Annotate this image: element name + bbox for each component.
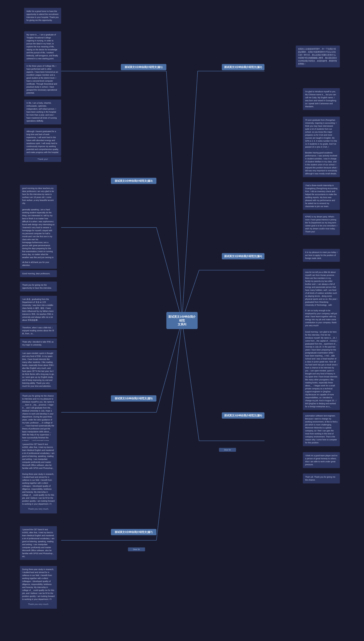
branch1-card3-text: In the three years of College life, I ha… <box>26 65 58 94</box>
svg-line-12 <box>156 320 182 540</box>
branch2-card5-text: KPMG is my dream pany. What's more I hav… <box>305 216 337 233</box>
branch7-label: 面试英文3分钟自我介绍范文(篇7) <box>111 529 156 535</box>
branch1-card4: In life, I am a lively, cheerful, enthus… <box>24 100 61 124</box>
branch3-card2: generally speaking ,i am a hard working … <box>20 206 57 267</box>
branch1-card2-text: My name is＿. I am a graduate of Tongliao… <box>26 34 58 60</box>
branch7-small-label-text: Dear Sir <box>133 548 140 550</box>
branch6-label: 面试英文3分钟自我介绍范文(篇6) <box>222 412 264 418</box>
branch1-card2: My name is＿. I am a graduate of Tongliao… <box>24 31 61 62</box>
branch6-card3-text: That's all. Thank you for giving me the … <box>305 476 336 481</box>
branch3-card9-text: I am open-minded, quick in thought and v… <box>22 352 54 387</box>
branch2-card3: Besides having good academic performance… <box>303 149 340 177</box>
branch1-card1-text: Hello! Its a great honor to have the opp… <box>26 10 58 21</box>
branch1-card4-text: In life, I am a lively, cheerful, enthus… <box>26 102 56 122</box>
branch3-card5-text: Thank you for giving me the opportunity … <box>22 284 52 289</box>
branch1-card5-text: Although I havent graduated for a long t… <box>26 130 59 154</box>
branch2-label: 面试英文3分钟自我介绍范文(篇2) <box>222 64 264 70</box>
branch6-card1: automation software test engineer. Becau… <box>303 412 340 446</box>
branch7-thankyou: Thank you very much. <box>20 602 57 607</box>
branch6-card1-text: automation software test engineer. Becau… <box>305 415 338 444</box>
branch5-thankyou-text: Thank you very much. <box>28 508 49 510</box>
branch2-card5: KPMG is my dream pany. What's more I hav… <box>303 213 340 235</box>
branch4-card4: Good morning. I am glad to be here for t… <box>303 328 340 410</box>
branch3-label: 面试英文3分钟自我介绍范文(篇3) <box>111 178 156 184</box>
center-node: 面试英文3分钟自我介绍范 文系列 <box>166 312 198 329</box>
branch1-card3: In the three years of College life, I ha… <box>24 62 61 96</box>
branch7-card1: I passed the CET band 6 test in2002, aft… <box>20 526 57 560</box>
svg-line-8 <box>156 320 182 412</box>
branch5-card2: I passed the CET band 6 test in2002, aft… <box>20 441 57 475</box>
branch1-label: 面试英文3分钟自我介绍范文(篇1) <box>121 64 166 70</box>
branch2-card1: I'm glad to introduce myself to you. My … <box>303 88 340 110</box>
branch3-card3-text: ok,that is all,thank you for your attent… <box>22 261 49 266</box>
branch3-card4: Good morning, dear professors. <box>20 270 57 277</box>
branch3-card1: good morning,my dear teachers,my dear pr… <box>20 185 57 207</box>
branch3-card7: Therefore, when I was a little kid, I en… <box>20 324 57 337</box>
branch7-card2-text: During three-year study in research, I s… <box>22 568 54 606</box>
branch5-card3-text: During three-year study in research, I s… <box>22 473 54 511</box>
svg-line-10 <box>182 320 199 441</box>
branch4-label: 面试英文3分钟自我介绍范文(篇4) <box>222 253 264 259</box>
svg-line-4 <box>156 228 182 320</box>
branch3-card4-text: Good morning, dear professors. <box>22 272 50 275</box>
branch5-label: 面试英文3分钟自我介绍范文(篇5) <box>111 395 156 402</box>
branch3-card3: ok,that is all,thank you for your attent… <box>20 259 57 269</box>
branch1-label-text: 面试英文3分钟自我介绍范文(篇1) <box>125 66 162 68</box>
branch2-card1-text: I'm glad to introduce myself to you. My … <box>305 90 337 108</box>
branch1-thankyou-text: Thank you! <box>38 158 48 160</box>
branch4-card3-text: if i am so lucky enough to be employed b… <box>305 310 337 326</box>
branch2-card4: I had a three-month internship in Guangd… <box>303 182 340 210</box>
branch2-card4-text: I had a three-month internship in Guangd… <box>305 184 338 208</box>
branch6-card2-text: I think Im a good team player and Im a p… <box>305 454 338 466</box>
branch5-card2-text: I passed the CET band 6 test in2002, aft… <box>22 443 54 472</box>
branch3-card1-text: good morning,my dear teachers,my dear pr… <box>22 187 54 204</box>
branch4-card1: It is my pleasure to meet you today. i a… <box>303 249 340 262</box>
branch2-card2-text: I'll soon graduate from Zhongshan Univer… <box>305 119 337 154</box>
branch6-card3: That's all. Thank you for giving me the … <box>303 474 340 484</box>
branch5-label-text: 面试英文3分钟自我介绍范文(篇5) <box>115 397 152 400</box>
branch7-label-text: 面试英文3分钟自我介绍范文(篇7) <box>115 531 152 534</box>
branch1-card1: Hello! Its a great honor to have the opp… <box>24 8 61 24</box>
branch1-thankyou: Thank you! <box>24 156 61 162</box>
branch1-card5: Although I havent graduated for a long t… <box>24 128 61 156</box>
branch3-card7-text: Therefore, when I was a little kid, I en… <box>22 326 54 335</box>
branch6-small-label: Dear Sir <box>219 448 236 452</box>
svg-line-0 <box>166 71 182 320</box>
branch2-intro-text: 在陌生人比较多的环境中，作一下自我介绍是必要的，自我介绍是希望对方可以认识自己的… <box>298 48 337 65</box>
branch3-card5: Thank you for giving me the opportunity … <box>20 282 57 292</box>
branch3-card6-text: I am 姓名, graduating from the Department … <box>22 298 54 321</box>
branch4-label-text: 面试英文3分钟自我介绍范文(篇4) <box>224 255 262 258</box>
branch4-card2-text: now let me tell you a little bit about m… <box>305 271 338 312</box>
branch2-card3-text: Besides having good academic performance… <box>305 152 338 175</box>
branch3-card9: I am open-minded, quick in thought and v… <box>20 350 57 390</box>
branch6-label-text: 面试英文3分钟自我介绍范文(篇6) <box>224 414 262 417</box>
branch3-card8-text: Thats why I decided to take 学科 as my maj… <box>22 341 54 346</box>
branch3-card6: I am 姓名, graduating from the Department … <box>20 296 57 324</box>
branch3-label-text: 面试英文3分钟自我介绍范文(篇3) <box>115 180 152 182</box>
svg-line-2 <box>182 71 198 320</box>
branch4-card3: if i am so lucky enough to be employed b… <box>303 307 340 329</box>
branch7-thankyou-text: Thank you very much. <box>28 603 49 605</box>
branch6-card2: I think Im a good team player and Im a p… <box>303 452 340 468</box>
branch4-card4-text: Good morning. I am glad to be here for t… <box>305 331 338 408</box>
branch3-card8: Thats why I decided to take 学科 as my maj… <box>20 338 57 348</box>
branch7-card1-text: I passed the CET band 6 test in2002, aft… <box>22 528 54 558</box>
center-node-label: 面试英文3分钟自我介绍范 文系列 <box>168 315 196 326</box>
branch2-intro: 在陌生人比较多的环境中，作一下自我介绍是必要的，自我介绍是希望对方可以认识自己的… <box>296 46 340 68</box>
branch2-label-text: 面试英文3分钟自我介绍范文(篇2) <box>224 66 262 68</box>
branch5-thankyou: Thank you very much. <box>20 506 57 512</box>
branch6-small-label-text: Dear Sir <box>224 449 231 451</box>
branch4-card1-text: It is my pleasure to meet you today. i a… <box>305 251 338 259</box>
branch3-card2-text: generally speaking ,i am a hard working … <box>22 208 54 264</box>
branch7-small-label: Dear Sir <box>128 548 145 551</box>
